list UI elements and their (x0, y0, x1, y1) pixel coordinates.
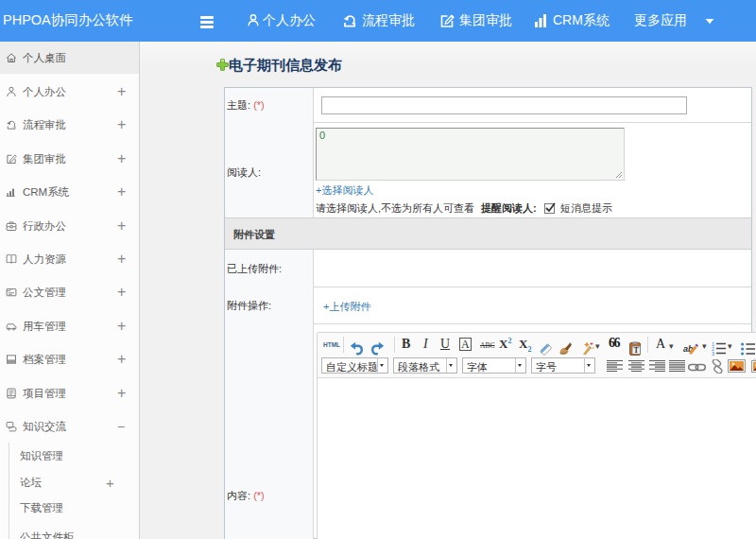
svg-text:T: T (634, 346, 640, 355)
svg-text:3: 3 (712, 351, 714, 356)
